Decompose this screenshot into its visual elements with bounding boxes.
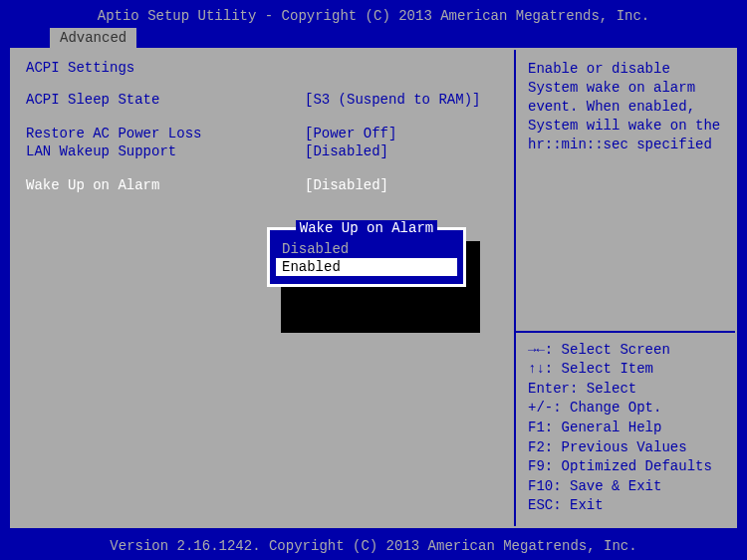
key-help-line: Enter: Select	[528, 380, 723, 400]
popup-option-disabled[interactable]: Disabled	[276, 240, 457, 258]
key-help-line: +/-: Change Opt.	[528, 399, 723, 419]
key-help-line: F9: Optimized Defaults	[528, 457, 723, 477]
setting-value: [Power Off]	[305, 126, 396, 141]
help-panel: Enable or disable System wake on alarm e…	[516, 50, 735, 526]
setting-value: [Disabled]	[305, 177, 388, 193]
setting-value: [Disabled]	[305, 143, 388, 159]
setting-label: Wake Up on Alarm	[26, 177, 305, 193]
divider	[516, 331, 735, 333]
setting-value: [S3 (Suspend to RAM)]	[305, 92, 480, 108]
key-help-line: F10: Save & Exit	[528, 477, 723, 497]
title-bar: Aptio Setup Utility - Copyright (C) 2013…	[0, 0, 747, 28]
setting-acpi-sleep-state[interactable]: ACPI Sleep State [S3 (Suspend to RAM)]	[26, 92, 500, 108]
setting-lan-wakeup-support[interactable]: LAN Wakeup Support [Disabled]	[26, 143, 500, 159]
key-help-line: ↑↓: Select Item	[528, 360, 723, 380]
key-help-line: ESC: Exit	[528, 496, 723, 516]
setting-restore-ac-power-loss[interactable]: Restore AC Power Loss [Power Off]	[26, 126, 500, 141]
help-text: Enable or disable System wake on alarm e…	[528, 60, 723, 153]
tab-advanced[interactable]: Advanced	[50, 28, 136, 48]
tab-row: Advanced	[0, 28, 747, 48]
setting-label: LAN Wakeup Support	[26, 143, 305, 159]
setting-label: ACPI Sleep State	[26, 92, 305, 108]
setting-wake-up-on-alarm[interactable]: Wake Up on Alarm [Disabled]	[26, 177, 500, 193]
key-help-line: →←: Select Screen	[528, 341, 723, 361]
popup-option-enabled[interactable]: Enabled	[276, 258, 457, 276]
section-title: ACPI Settings	[26, 60, 500, 76]
footer: Version 2.16.1242. Copyright (C) 2013 Am…	[0, 538, 747, 554]
key-help-line: F2: Previous Values	[528, 438, 723, 458]
popup-wake-up-on-alarm: Wake Up on Alarm Disabled Enabled	[267, 227, 466, 287]
popup-title: Wake Up on Alarm	[276, 220, 457, 236]
key-help: →←: Select Screen ↑↓: Select Item Enter:…	[528, 341, 723, 516]
key-help-line: F1: General Help	[528, 419, 723, 438]
setting-label: Restore AC Power Loss	[26, 126, 305, 141]
